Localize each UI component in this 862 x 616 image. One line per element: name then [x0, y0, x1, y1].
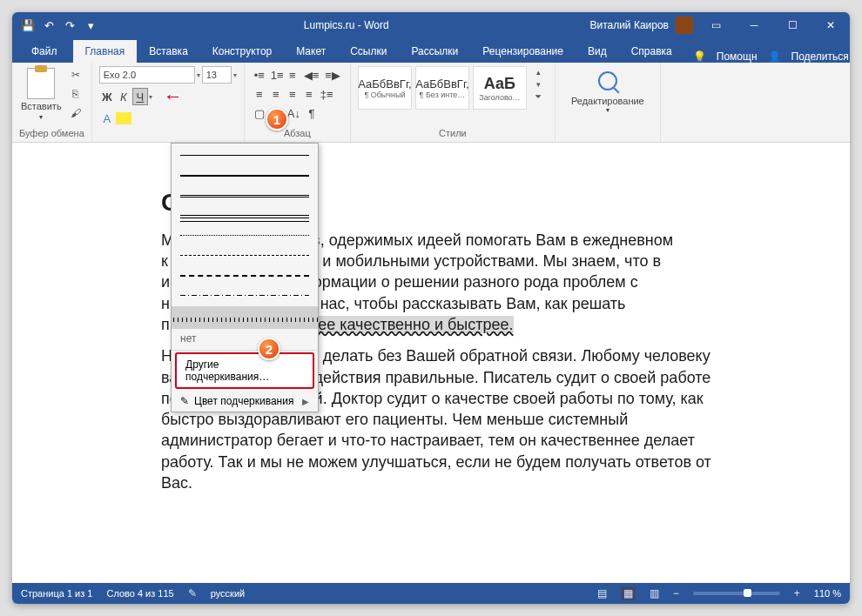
line-spacing-icon[interactable]: ‡≡: [318, 85, 336, 103]
styles-up-icon[interactable]: ▴: [530, 66, 548, 78]
paste-button[interactable]: Вставить ▾: [19, 66, 64, 123]
cut-icon[interactable]: ✂: [67, 66, 84, 84]
tab-insert[interactable]: Вставка: [137, 40, 200, 63]
group-label-clipboard: Буфер обмена: [19, 126, 84, 140]
underline-wavy[interactable]: [172, 306, 318, 329]
group-label-editing: [562, 137, 653, 140]
tab-file[interactable]: Файл: [16, 40, 73, 63]
style-normal[interactable]: АаБбВвГг,¶ Обычный: [358, 66, 412, 110]
underline-none[interactable]: нет: [172, 329, 318, 348]
underline-single[interactable]: [180, 146, 309, 164]
ribbon-options-icon[interactable]: ▭: [697, 12, 735, 38]
web-layout-icon[interactable]: ▥: [650, 587, 659, 599]
tab-home[interactable]: Главная: [73, 40, 138, 63]
tell-me-label[interactable]: Помощн: [717, 50, 758, 63]
underline-long-dash[interactable]: [180, 266, 309, 284]
maximize-icon[interactable]: ☐: [773, 12, 811, 38]
font-size-combo[interactable]: 13: [202, 66, 232, 84]
show-marks-icon[interactable]: ¶: [304, 104, 320, 122]
styles-more-icon[interactable]: ⏷: [530, 90, 548, 103]
paste-icon: [27, 68, 55, 99]
tab-design[interactable]: Конструктор: [200, 40, 284, 63]
page-indicator[interactable]: Страница 1 из 1: [21, 588, 92, 599]
read-mode-icon[interactable]: ▤: [597, 587, 607, 599]
title-bar: 💾 ↶ ↷ ▾ Lumpics.ru - Word Виталий Каиров…: [12, 12, 850, 38]
align-left-icon[interactable]: ≡: [252, 85, 267, 103]
close-icon[interactable]: ✕: [811, 12, 850, 38]
group-label-font: [99, 137, 237, 140]
share-label[interactable]: Поделиться: [791, 50, 849, 63]
find-button[interactable]: Редактирование ▾: [562, 66, 653, 119]
tab-view[interactable]: Вид: [576, 40, 619, 63]
undo-icon[interactable]: ↶: [42, 18, 56, 32]
magnifier-icon: [598, 71, 617, 90]
underline-dotted[interactable]: [180, 226, 309, 244]
zoom-level[interactable]: 110 %: [814, 588, 841, 599]
decrease-indent-icon[interactable]: ◀≡: [301, 66, 322, 84]
italic-button[interactable]: К: [116, 88, 131, 105]
group-styles: АаБбВвГг,¶ Обычный АаБбВвГг,¶ Без инте… …: [351, 63, 556, 142]
align-right-icon[interactable]: ≡: [285, 85, 300, 103]
ribbon-tabs: Файл Главная Вставка Конструктор Макет С…: [12, 38, 850, 63]
separator: [172, 350, 318, 351]
group-label-styles: Стили: [358, 126, 548, 140]
redo-icon[interactable]: ↷: [63, 18, 77, 32]
style-no-spacing[interactable]: АаБбВвГг,¶ Без инте…: [415, 66, 469, 110]
numbering-icon[interactable]: 1≡: [268, 66, 284, 84]
underline-triple[interactable]: [180, 206, 309, 224]
underlined-selection: более качественно и быстрее.: [292, 316, 514, 333]
avatar: [676, 17, 693, 34]
document-area[interactable]: О Мxxxxxxxxxxxxxxx тов, одержимых идеей …: [12, 143, 850, 583]
underline-dashed[interactable]: [180, 246, 309, 264]
editing-label: Редактирование: [571, 96, 644, 106]
align-center-icon[interactable]: ≡: [268, 85, 284, 103]
format-painter-icon[interactable]: 🖌: [67, 104, 84, 122]
pen-icon: ✎: [180, 395, 189, 407]
group-clipboard: Вставить ▾ ✂ ⎘ 🖌 Буфер обмена: [12, 63, 92, 142]
style-heading[interactable]: АаБЗаголово…: [473, 66, 527, 110]
print-layout-icon[interactable]: ▦: [621, 586, 636, 600]
justify-icon[interactable]: ≡: [301, 85, 317, 103]
qat-more-icon[interactable]: ▾: [84, 18, 98, 32]
underline-dropdown: нет Другие подчеркивания… ✎ Цвет подчерк…: [171, 143, 319, 412]
tab-review[interactable]: Рецензирование: [470, 40, 576, 63]
user-area[interactable]: Виталий Каиров: [586, 17, 697, 34]
copy-icon[interactable]: ⎘: [67, 85, 84, 103]
styles-down-icon[interactable]: ▾: [530, 78, 548, 90]
language-indicator[interactable]: русский: [211, 588, 245, 599]
window-title: Lumpics.ru - Word: [106, 19, 586, 31]
highlight-icon[interactable]: [116, 112, 131, 124]
minimize-icon[interactable]: ─: [735, 12, 773, 38]
paste-label: Вставить: [21, 101, 62, 111]
autosave-icon[interactable]: 💾: [21, 18, 35, 32]
underline-dash-dot[interactable]: [180, 286, 309, 304]
user-name: Виталий Каиров: [589, 19, 669, 31]
underline-double[interactable]: [180, 186, 309, 204]
underline-button[interactable]: Ч: [132, 88, 148, 105]
increase-indent-icon[interactable]: ≡▶: [322, 66, 343, 84]
tab-layout[interactable]: Макет: [284, 40, 338, 63]
underline-thick[interactable]: [180, 166, 309, 184]
underline-more[interactable]: Другие подчеркивания…: [175, 352, 314, 389]
word-count[interactable]: Слово 4 из 115: [106, 588, 173, 599]
group-font: Exo 2.0 ▾ 13 ▾ Ж К Ч ▾ ← A: [92, 63, 245, 142]
zoom-in-icon[interactable]: +: [794, 587, 800, 599]
annotation-arrow-icon: ←: [164, 85, 183, 108]
tell-me-icon[interactable]: 💡: [693, 50, 706, 63]
group-editing: Редактирование ▾: [556, 63, 661, 142]
tab-help[interactable]: Справка: [619, 40, 684, 63]
zoom-out-icon[interactable]: −: [673, 587, 679, 599]
spellcheck-icon[interactable]: ✎: [188, 587, 197, 599]
bullets-icon[interactable]: •≡: [252, 66, 267, 84]
annotation-2: 2: [258, 338, 280, 360]
text-effects-icon[interactable]: A: [99, 110, 115, 127]
chevron-right-icon: ▶: [302, 397, 309, 406]
tab-references[interactable]: Ссылки: [338, 40, 399, 63]
font-name-combo[interactable]: Exo 2.0: [99, 66, 195, 84]
zoom-slider[interactable]: [693, 592, 780, 595]
multilevel-icon[interactable]: ≡: [285, 66, 300, 84]
share-icon[interactable]: 👤: [768, 50, 781, 63]
bold-button[interactable]: Ж: [99, 88, 115, 105]
underline-color[interactable]: ✎ Цвет подчеркивания ▶: [172, 391, 318, 412]
tab-mailings[interactable]: Рассылки: [399, 40, 470, 63]
